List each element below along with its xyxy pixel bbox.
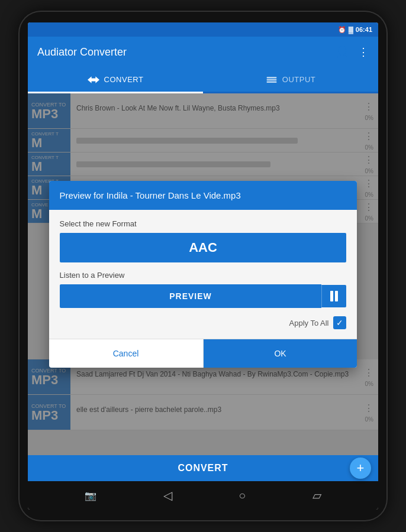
camera-icon[interactable]: 📷 [85,490,96,501]
tablet-screen: ⏰ ▓ 06:41 Audiator Converter 👤 ⋮ CONVERT [28,22,378,510]
tab-output[interactable]: OUTPUT [203,67,378,92]
preview-button[interactable]: PREVIEW [60,284,322,308]
add-fab-button[interactable]: + [350,458,371,479]
svg-rect-2 [266,79,276,80]
apply-all-checkbox[interactable]: ✓ [333,316,346,329]
alarm-icon: ⏰ [338,26,346,34]
pause-icon [330,291,338,301]
modal-header: Preview for Indila - Tourner Dans Le Vid… [49,181,357,210]
output-tab-icon [266,76,278,84]
svg-marker-0 [88,76,99,83]
format-selector[interactable]: AAC [60,233,347,262]
app-bar: Audiator Converter 👤 ⋮ [28,37,378,67]
modal-footer: Cancel OK [49,339,357,368]
convert-tab-icon [88,76,99,84]
home-icon[interactable]: ○ [239,489,246,502]
recents-icon[interactable]: ▱ [312,488,321,502]
apply-all-row: Apply To All ✓ [60,316,347,329]
account-icon[interactable]: 👤 [336,46,349,59]
modal-overlay: Preview for Indila - Tourner Dans Le Vid… [28,93,378,455]
tab-bar: CONVERT OUTPUT [28,67,378,93]
status-bar: ⏰ ▓ 06:41 [28,22,378,37]
tab-convert[interactable]: CONVERT [28,67,203,93]
app-bar-actions: 👤 ⋮ [336,46,369,59]
preview-btn-row: PREVIEW [60,284,347,308]
status-time: 06:41 [356,26,372,33]
main-content: Convert to MP3 Chris Brown - Look At Me … [28,93,378,455]
battery-icon: ▓ [349,26,353,33]
checkbox-check-icon: ✓ [336,318,343,327]
app-title: Audiator Converter [37,46,127,59]
tab-convert-label: CONVERT [104,75,144,84]
preview-pause-button[interactable] [321,285,346,307]
status-icons: ⏰ ▓ 06:41 [338,26,372,34]
nav-bar: 📷 ◁ ○ ▱ [28,481,378,510]
back-icon[interactable]: ◁ [163,488,172,502]
convert-bar: CONVERT + [28,455,378,481]
apply-all-label: Apply To All [289,319,329,327]
more-options-icon[interactable]: ⋮ [358,46,369,59]
modal-dialog: Preview for Indila - Tourner Dans Le Vid… [49,181,357,368]
pause-bar-1 [330,291,333,301]
listen-preview-label: Listen to a Preview [60,271,347,280]
svg-rect-3 [266,81,276,83]
cancel-button[interactable]: Cancel [49,339,204,368]
add-icon: + [357,462,365,475]
pause-bar-2 [335,291,338,301]
modal-body: Select the new Format AAC Listen to a Pr… [49,210,357,339]
select-format-label: Select the new Format [60,219,347,228]
convert-button-label[interactable]: CONVERT [178,463,228,473]
tab-output-label: OUTPUT [282,75,315,84]
tablet-frame: ⏰ ▓ 06:41 Audiator Converter 👤 ⋮ CONVERT [20,12,386,520]
ok-button[interactable]: OK [204,339,357,368]
svg-rect-1 [266,77,276,79]
modal-title: Preview for Indila - Tourner Dans Le Vid… [60,190,347,200]
